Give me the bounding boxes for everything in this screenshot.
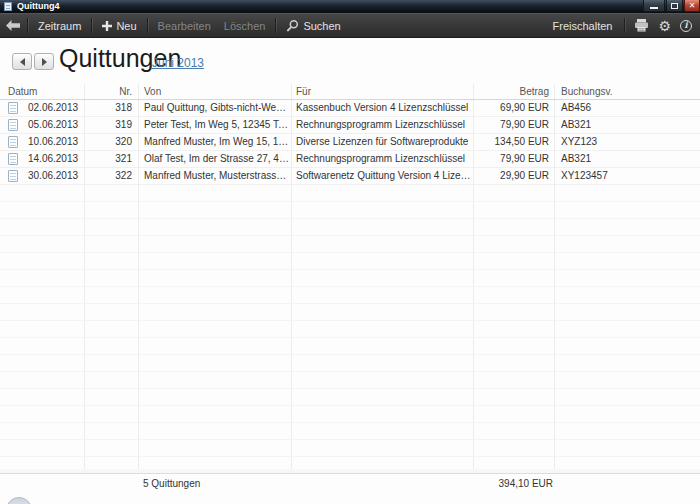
cell-von: Peter Test, Im Weg 5, 12345 Testha... [144,117,289,133]
chevron-left-icon [20,58,25,66]
bearbeiten-button[interactable]: Bearbeiten [155,20,214,32]
cell-nr: 321 [88,151,132,167]
cell-nr: 320 [88,134,132,150]
table-row[interactable]: 02.06.2013 318 Paul Quittung, Gibts-nich… [0,100,700,117]
column-header-fuer[interactable]: Für [296,84,311,99]
settings-button[interactable]: ⚙ [658,19,671,33]
cell-nr: 318 [88,100,132,116]
period-link[interactable]: Juni 2013 [152,56,204,70]
cell-von: Paul Quittung, Gibts-nicht-Weg 7, 9... [144,100,289,116]
cell-betrag: 79,90 EUR [465,151,549,167]
back-arrow-icon [6,20,20,31]
cell-von: Manfred Muster, Musterstrasse 29,... [144,168,289,184]
close-icon: ✕ [689,1,696,11]
next-period-button[interactable] [34,53,54,70]
suchen-button[interactable]: Suchen [283,19,343,32]
cell-fuer: Diverse Lizenzen für Softwareprodukte [296,134,471,150]
minimize-button[interactable] [643,0,665,12]
cell-datum: 30.06.2013 [28,168,78,184]
toolbar-separator [91,18,92,33]
summary-count: 5 Quittungen [143,478,200,489]
gear-icon: ⚙ [658,19,671,33]
cell-fuer: Kassenbuch Version 4 Lizenzschlüssel [296,100,471,116]
cell-buchungsv: XYZ123 [561,134,693,150]
titlebar: Quittung4 ✕ [0,0,700,13]
maximize-icon [671,3,678,9]
receipt-document-icon [8,102,18,114]
column-header-nr[interactable]: Nr. [88,84,132,99]
receipt-document-icon [8,153,18,165]
table-row[interactable]: 05.06.2013 319 Peter Test, Im Weg 5, 123… [0,117,700,134]
neu-button[interactable]: Neu [99,20,139,32]
cell-buchungsv: AB321 [561,117,693,133]
receipt-document-icon [8,136,18,148]
toolbar: Zeitraum Neu Bearbeiten Löschen Suchen F… [0,13,700,38]
info-button[interactable]: i [680,20,692,32]
column-header-von[interactable]: Von [144,84,161,99]
column-header-datum[interactable]: Datum [8,84,37,99]
freischalten-button[interactable]: Freischalten [550,20,616,32]
cell-nr: 322 [88,168,132,184]
cell-buchungsv: AB456 [561,100,693,116]
neu-label: Neu [116,20,136,32]
back-button[interactable] [6,20,20,31]
chevron-right-icon [42,58,47,66]
cell-fuer: Softwarenetz Quittung Version 4 Lizenzsc… [296,168,471,184]
loeschen-button[interactable]: Löschen [221,20,269,32]
plus-icon [102,21,112,31]
app-icon [4,2,12,11]
toolbar-right-group: Freischalten ⚙ i [550,18,694,33]
table-row[interactable]: 10.06.2013 320 Manfred Muster, Im Weg 15… [0,134,700,151]
app-window: Quittung4 ✕ Zeitraum Neu Bearbeiten Lösc… [0,0,700,504]
print-button[interactable] [634,19,649,32]
previous-period-button[interactable] [12,53,32,70]
zeitraum-button[interactable]: Zeitraum [35,20,84,32]
cell-betrag: 69,90 EUR [465,100,549,116]
cell-datum: 14.06.2013 [28,151,78,167]
receipt-document-icon [8,170,18,182]
cell-von: Olaf Test, Im der Strasse 27, 43210... [144,151,289,167]
maximize-button[interactable] [666,0,683,12]
cell-betrag: 29,90 EUR [465,168,549,184]
suchen-label: Suchen [303,20,340,32]
cell-fuer: Rechnungsprogramm Lizenzschlüssel [296,151,471,167]
table-header: Datum Nr. Von Für Betrag Buchungsv. [0,84,700,100]
summary-divider [0,469,700,474]
freischalten-label: Freischalten [553,20,613,32]
toolbar-separator [147,18,148,33]
summary-total: 394,10 EUR [453,478,553,489]
toolbar-separator [27,18,28,33]
cell-nr: 319 [88,117,132,133]
cell-buchungsv: AB321 [561,151,693,167]
zeitraum-label: Zeitraum [38,20,81,32]
loeschen-label: Löschen [224,20,266,32]
cell-datum: 02.06.2013 [28,100,78,116]
search-icon [286,19,299,32]
cell-betrag: 134,50 EUR [465,134,549,150]
empty-table-area [0,185,700,470]
close-button[interactable]: ✕ [684,0,700,12]
cell-fuer: Rechnungsprogramm Lizenzschlüssel [296,117,471,133]
period-nav [12,53,54,70]
cell-von: Manfred Muster, Im Weg 15, 1234... [144,134,289,150]
minimize-icon [650,7,658,9]
cell-datum: 10.06.2013 [28,134,78,150]
cell-betrag: 79,90 EUR [465,117,549,133]
bottom-circle-button[interactable] [6,497,32,504]
table-row[interactable]: 14.06.2013 321 Olaf Test, Im der Strasse… [0,151,700,168]
table-row[interactable]: 30.06.2013 322 Manfred Muster, Musterstr… [0,168,700,185]
printer-icon [634,19,649,32]
toolbar-separator [275,18,276,33]
window-title: Quittung4 [17,0,60,13]
receipt-document-icon [8,119,18,131]
toolbar-separator [624,18,625,33]
bearbeiten-label: Bearbeiten [158,20,211,32]
column-header-betrag[interactable]: Betrag [465,84,549,99]
cell-buchungsv: XY123457 [561,168,693,184]
column-header-buchungsv[interactable]: Buchungsv. [561,84,613,99]
cell-datum: 05.06.2013 [28,117,78,133]
info-icon: i [680,20,692,32]
